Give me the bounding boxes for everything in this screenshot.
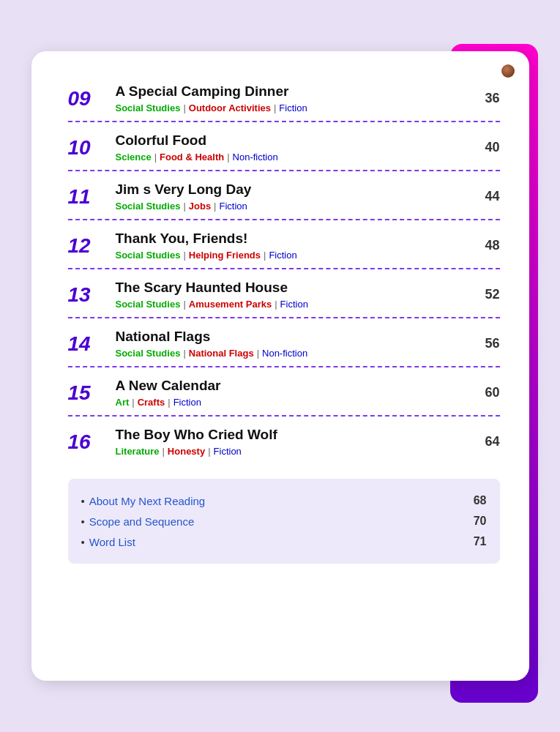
entry-number: 14 [68, 332, 108, 356]
entry-tags: Social Studies | National Flags | Non-fi… [116, 348, 474, 359]
list-item[interactable]: • About My Next Reading 68 [81, 490, 487, 511]
entry-number: 12 [68, 234, 108, 258]
tag-primary: Social Studies [116, 250, 181, 261]
table-row: 10 Colorful Food Science | Food & Health… [68, 122, 500, 171]
entry-number: 16 [68, 430, 108, 454]
bullet: • [81, 536, 85, 548]
entry-info: Jim s Very Long Day Social Studies | Job… [108, 182, 474, 212]
tag-genre: Fiction [220, 201, 247, 212]
entry-page: 40 [474, 140, 500, 155]
tag-genre: Fiction [280, 299, 308, 310]
entry-page: 60 [474, 385, 500, 400]
tag-secondary: Jobs [189, 201, 211, 212]
table-row: 09 A Special Camping Dinner Social Studi… [68, 73, 500, 122]
entry-page: 56 [474, 336, 500, 351]
separator: | [183, 250, 185, 261]
entry-info: The Boy Who Cried Wolf Literature | Hone… [108, 427, 474, 457]
separator: | [183, 299, 185, 310]
tag-primary: Social Studies [116, 201, 181, 212]
separator: | [227, 152, 229, 163]
entry-title: Thank You, Friends! [116, 231, 474, 247]
table-row: 11 Jim s Very Long Day Social Studies | … [68, 171, 500, 220]
table-row: 14 National Flags Social Studies | Natio… [68, 318, 500, 367]
tag-genre: Non-fiction [262, 348, 307, 359]
entry-tags: Social Studies | Jobs | Fiction [116, 201, 474, 212]
footer-page: 68 [474, 494, 487, 507]
entry-title: Colorful Food [116, 132, 474, 149]
footer-page: 71 [474, 535, 487, 548]
entry-title: The Scary Haunted House [116, 280, 474, 296]
tag-genre: Non-fiction [233, 152, 278, 163]
footer-label: Scope and Sequence [89, 515, 474, 528]
separator: | [214, 201, 216, 212]
separator: | [183, 348, 185, 359]
separator: | [264, 250, 266, 261]
tag-primary: Social Studies [116, 348, 181, 359]
separator: | [275, 299, 277, 310]
separator: | [154, 152, 157, 163]
entry-info: The Scary Haunted House Social Studies |… [108, 280, 474, 310]
tag-secondary: Helping Friends [189, 250, 261, 261]
list-item[interactable]: • Word List 71 [81, 531, 487, 552]
bullet: • [81, 495, 85, 507]
tag-genre: Fiction [269, 250, 296, 261]
entry-number: 11 [68, 185, 108, 209]
entry-tags: Social Studies | Amusement Parks | Ficti… [116, 299, 474, 310]
entry-title: National Flags [116, 329, 474, 345]
entry-info: Thank You, Friends! Social Studies | Hel… [108, 231, 474, 261]
entry-title: A New Calendar [116, 378, 474, 394]
entry-tags: Social Studies | Outdoor Activities | Fi… [116, 102, 474, 113]
separator: | [132, 397, 134, 408]
tag-primary: Art [116, 397, 130, 408]
separator: | [183, 102, 185, 113]
entry-page: 64 [474, 434, 500, 449]
content-card: 09 A Special Camping Dinner Social Studi… [31, 51, 529, 681]
tag-primary: Social Studies [116, 299, 181, 310]
entry-title: The Boy Who Cried Wolf [116, 427, 474, 443]
entry-page: 44 [474, 189, 500, 204]
entry-tags: Art | Crafts | Fiction [116, 397, 474, 408]
entry-info: A Special Camping Dinner Social Studies … [108, 83, 474, 113]
footer-label: Word List [89, 536, 474, 548]
entry-title: Jim s Very Long Day [116, 182, 474, 198]
entry-info: A New Calendar Art | Crafts | Fiction [108, 378, 474, 408]
entry-tags: Science | Food & Health | Non-fiction [116, 152, 474, 163]
tag-primary: Science [116, 152, 152, 163]
table-row: 12 Thank You, Friends! Social Studies | … [68, 220, 500, 269]
table-row: 16 The Boy Who Cried Wolf Literature | H… [68, 417, 500, 464]
tag-primary: Social Studies [116, 102, 181, 113]
entry-page: 48 [474, 238, 500, 253]
entry-number: 15 [68, 381, 108, 405]
entry-title: A Special Camping Dinner [116, 83, 474, 100]
footer-label: About My Next Reading [89, 495, 474, 507]
footer-section: • About My Next Reading 68 • Scope and S… [68, 479, 500, 564]
separator: | [208, 446, 210, 457]
tag-secondary: Crafts [138, 397, 165, 408]
bullet: • [81, 515, 85, 528]
entry-number: 10 [68, 136, 108, 160]
entry-number: 09 [68, 87, 108, 111]
tag-secondary: Outdoor Activities [189, 102, 271, 113]
separator: | [168, 397, 170, 408]
tag-secondary: Amusement Parks [189, 299, 272, 310]
tag-secondary: Honesty [168, 446, 205, 457]
entry-page: 36 [474, 91, 500, 106]
entry-info: National Flags Social Studies | National… [108, 329, 474, 359]
tag-genre: Fiction [173, 397, 201, 408]
separator: | [162, 446, 164, 457]
entry-tags: Social Studies | Helping Friends | Ficti… [116, 250, 474, 261]
entries-list: 09 A Special Camping Dinner Social Studi… [68, 73, 500, 464]
tag-secondary: National Flags [189, 348, 254, 359]
entry-page: 52 [474, 287, 500, 302]
pin-decoration [501, 64, 515, 78]
entry-info: Colorful Food Science | Food & Health | … [108, 132, 474, 163]
entry-number: 13 [68, 283, 108, 307]
tag-primary: Literature [116, 446, 160, 457]
tag-genre: Fiction [214, 446, 242, 457]
tag-genre: Fiction [279, 102, 307, 113]
tag-secondary: Food & Health [160, 152, 224, 163]
list-item[interactable]: • Scope and Sequence 70 [81, 511, 487, 531]
separator: | [183, 201, 185, 212]
table-row: 15 A New Calendar Art | Crafts | Fiction… [68, 367, 500, 417]
footer-page: 70 [474, 515, 487, 528]
